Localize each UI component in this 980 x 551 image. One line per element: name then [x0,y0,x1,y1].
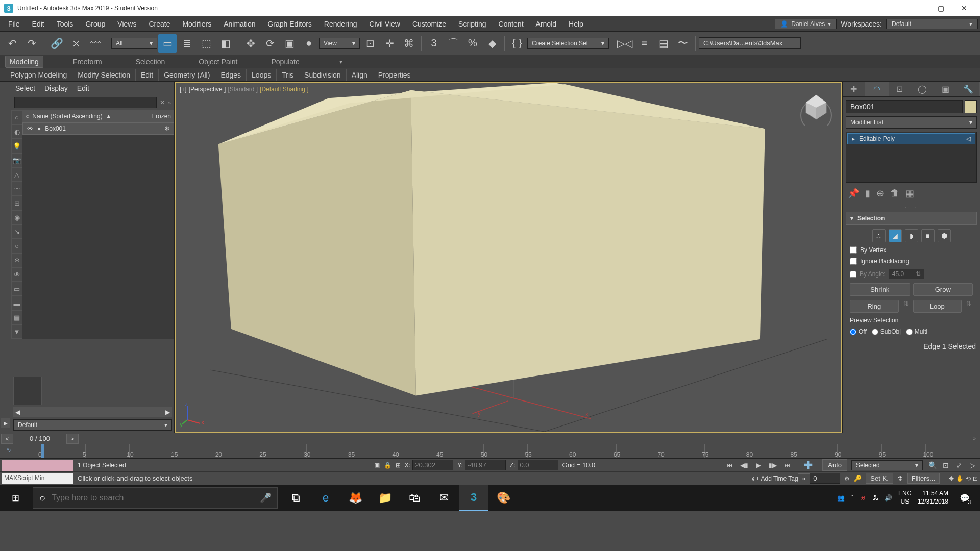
by-vertex-checkbox[interactable]: By Vertex [850,246,973,254]
add-time-tag[interactable]: 🏷 Add Time Tag [752,475,798,482]
layer-swatch[interactable] [13,377,42,405]
subobj-element[interactable]: ⬢ [938,229,951,242]
ribbon-tab-populate[interactable]: Populate [267,56,303,67]
user-account[interactable]: 👤 Daniel Alves ▾ [775,19,837,29]
ref-coord-dropdown[interactable]: View▾ [319,38,360,49]
cmd-tab-utilities[interactable]: 🔧 [957,82,980,96]
selection-filter-dropdown[interactable]: All▾ [111,38,157,49]
orbit-icon[interactable]: ⟲ [966,475,971,482]
store-icon[interactable]: 🛍 [400,485,429,511]
clock[interactable]: 11:54 AM12/31/2018 [918,490,948,506]
time-ruler[interactable]: ∿ 05101520253035404550556065707580859095… [0,444,980,458]
layer-explorer-icon[interactable]: ▤ [654,34,673,53]
current-frame-spinner[interactable]: 0 [810,473,840,484]
mail-icon[interactable]: ✉ [430,485,458,511]
subribbon-polygon-modeling[interactable]: Polygon Modeling [5,69,72,81]
maxscript-mini-listener[interactable]: MAXScript Min [2,473,74,484]
filter-frozen-icon[interactable]: ❄ [11,253,22,267]
y-coord-input[interactable] [465,460,506,470]
scene-menu-edit[interactable]: Edit [77,84,89,92]
grow-button[interactable]: Grow [913,283,973,296]
play-icon[interactable]: ▶ [752,460,765,471]
menu-animation[interactable]: Animation [217,18,261,30]
remove-modifier-icon[interactable]: 🗑 [890,188,899,199]
link-icon[interactable]: 🔗 [47,34,66,53]
close-button[interactable]: ✕ [952,0,976,16]
filter-spacewarps-icon[interactable]: 〰 [11,182,22,196]
percent-snap-icon[interactable]: % [463,34,482,53]
filter-xrefs-icon[interactable]: ◉ [11,210,22,224]
viewport-type-label[interactable]: [Perspective ] [189,86,226,93]
frozen-icon[interactable]: ❄ [164,125,169,132]
firefox-icon[interactable]: 🦊 [341,485,370,511]
move-icon[interactable]: ✥ [241,34,260,53]
start-button[interactable]: ⊞ [0,485,31,511]
filter-containers-icon[interactable]: ○ [11,239,22,253]
filter-invert-icon[interactable]: ▤ [11,310,22,324]
preview-subobj-radio[interactable]: SubObj [872,328,901,335]
timeline-prev-icon[interactable]: < [1,434,13,444]
menu-customize[interactable]: Customize [406,18,452,30]
zoom-all-icon[interactable]: ⊡ [940,460,951,471]
ribbon-tab-object-paint[interactable]: Object Paint [194,56,241,67]
show-end-result-icon[interactable]: ▮ [865,188,870,199]
cmd-tab-modify[interactable]: ◠ [866,82,889,96]
key-filter-dropdown[interactable]: Selected▾ [851,460,923,470]
preview-off-radio[interactable]: Off [850,328,867,335]
make-unique-icon[interactable]: ⊕ [876,188,884,199]
subribbon-tris[interactable]: Tris [277,69,299,81]
filter-helpers-icon[interactable]: △ [11,167,22,182]
pivot-icon[interactable]: ⊡ [361,34,379,53]
viewport-shading-label[interactable]: [Default Shading ] [260,86,308,93]
ring-button[interactable]: Ring [850,300,899,313]
object-name-input[interactable] [846,100,963,113]
menu-scripting[interactable]: Scripting [452,18,492,30]
cmd-tab-create[interactable]: ✚ [843,82,866,96]
curve-toggle-icon[interactable]: ∿ [6,446,11,454]
modifier-active-icon[interactable]: ◁ [966,135,971,142]
expand-strip-icon[interactable]: ▶ [1,418,10,428]
menu-edit[interactable]: Edit [26,18,51,30]
column-sort-icon[interactable]: ○ [26,113,29,120]
angle-spinner[interactable]: 45.0⇅ [889,269,924,279]
pan-icon[interactable]: ✥ [949,475,954,482]
network-icon[interactable]: 🖧 [872,494,878,502]
3dsmax-taskbar-icon[interactable]: 3 [459,485,488,511]
key-filters-button[interactable]: Filters... [907,473,940,484]
configure-modifier-icon[interactable]: ▦ [905,188,914,199]
collapse-panel-icon[interactable]: » [168,100,171,106]
shrink-button[interactable]: Shrink [850,283,910,296]
ring-spinner-icon[interactable]: ⇅ [902,300,910,313]
time-config-icon[interactable]: ⚙ [844,475,850,482]
filter-all-icon[interactable]: ▭ [11,282,22,296]
subribbon-geometry[interactable]: Geometry (All) [159,69,215,81]
column-frozen[interactable]: Frozen [152,113,171,120]
maxscript-listener-bar[interactable] [2,460,74,471]
clear-search-icon[interactable]: ✕ [160,99,165,106]
mirror-icon[interactable]: ▷◁ [616,34,634,53]
ribbon-tab-freeform[interactable]: Freeform [69,56,106,67]
rollout-selection[interactable]: ▾ Selection [846,212,977,225]
menu-graph-editors[interactable]: Graph Editors [261,18,317,30]
viewcube[interactable] [798,90,834,126]
filter-groups-icon[interactable]: ⊞ [11,196,22,210]
prev-frame-icon[interactable]: ◀▮ [738,460,751,471]
subobj-polygon[interactable]: ■ [921,229,935,242]
spinner-arrows-icon[interactable]: ⇅ [916,270,921,278]
undo-icon[interactable]: ↶ [3,34,21,53]
placement-icon[interactable]: ● [300,34,318,53]
scene-menu-select[interactable]: Select [15,84,35,92]
viewport-standard-label[interactable]: [Standard ] [228,86,258,93]
selection-lock-icon[interactable]: 🔒 [384,462,391,469]
set-key-button[interactable]: Set K. [866,473,893,484]
filter-bone-icon[interactable]: ↘ [11,224,22,239]
auto-key-button[interactable]: Auto [822,459,847,471]
subribbon-subdivision[interactable]: Subdivision [299,69,347,81]
by-angle-checkbox[interactable] [850,271,856,278]
fov-icon[interactable]: ▷ [967,460,978,471]
filter-hidden-icon[interactable]: 👁 [11,267,22,282]
keyboard-shortcut-icon[interactable]: ⌘ [400,34,418,53]
menu-arnold[interactable]: Arnold [530,18,562,30]
snap-toggle-icon[interactable]: 3 [425,34,443,53]
menu-modifiers[interactable]: Modifiers [176,18,217,30]
